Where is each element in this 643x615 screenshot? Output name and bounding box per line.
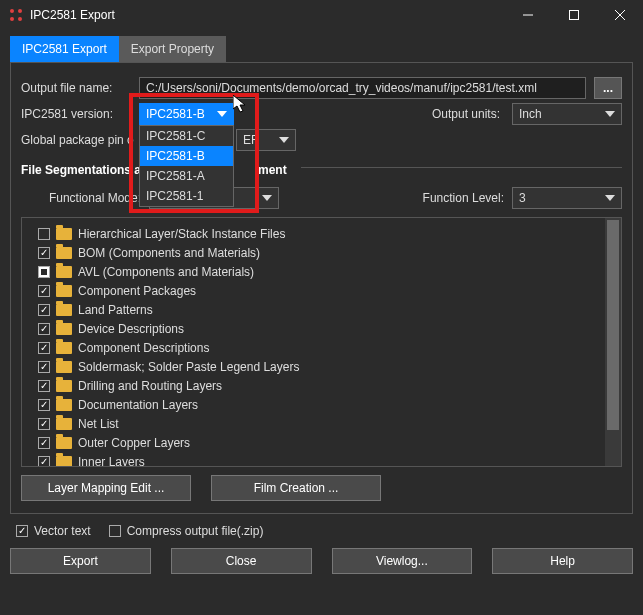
folder-icon xyxy=(56,304,72,316)
list-item[interactable]: Drilling and Routing Layers xyxy=(28,376,605,395)
list-item-label: Land Patterns xyxy=(78,303,153,317)
chevron-down-icon xyxy=(605,195,615,201)
list-item[interactable]: Inner Layers xyxy=(28,452,605,467)
film-creation-button[interactable]: Film Creation ... xyxy=(211,475,381,501)
vector-text-label: Vector text xyxy=(34,524,91,538)
tab-export-property[interactable]: Export Property xyxy=(119,36,226,62)
folder-icon xyxy=(56,399,72,411)
checkbox-icon[interactable] xyxy=(38,323,50,335)
output-units-label: Output units: xyxy=(242,107,504,121)
vector-text-checkbox[interactable]: Vector text xyxy=(16,524,91,538)
chevron-down-icon xyxy=(262,195,272,201)
list-item-label: Hierarchical Layer/Stack Instance Files xyxy=(78,227,285,241)
checkbox-icon[interactable] xyxy=(38,247,50,259)
ellipsis-icon: ... xyxy=(603,81,613,95)
window-minimize-button[interactable] xyxy=(505,0,551,30)
list-item-label: Device Descriptions xyxy=(78,322,184,336)
version-option[interactable]: IPC2581-A xyxy=(140,166,233,186)
chevron-down-icon xyxy=(605,111,615,117)
compress-label: Compress output file(.zip) xyxy=(127,524,264,538)
checkbox-icon[interactable] xyxy=(38,361,50,373)
checkbox-icon[interactable] xyxy=(38,418,50,430)
version-option[interactable]: IPC2581-1 xyxy=(140,186,233,206)
layer-mapping-button[interactable]: Layer Mapping Edit ... xyxy=(21,475,191,501)
file-seg-header-a: File Segmentations a xyxy=(21,163,147,177)
compress-checkbox[interactable]: Compress output file(.zip) xyxy=(109,524,264,538)
folder-icon xyxy=(56,228,72,240)
list-item-label: Drilling and Routing Layers xyxy=(78,379,222,393)
version-dropdown-list: IPC2581-C IPC2581-B IPC2581-A IPC2581-1 xyxy=(139,125,234,207)
version-label: IPC2581 version: xyxy=(21,107,131,121)
list-scrollbar[interactable] xyxy=(605,218,621,466)
folder-icon xyxy=(56,342,72,354)
version-option[interactable]: IPC2581-B xyxy=(140,146,233,166)
version-dropdown[interactable]: IPC2581-B IPC2581-C IPC2581-B IPC2581-A … xyxy=(139,103,234,125)
checkbox-icon[interactable] xyxy=(38,266,50,278)
checkbox-icon[interactable] xyxy=(38,228,50,240)
viewlog-button[interactable]: Viewlog... xyxy=(332,548,473,574)
folder-icon xyxy=(56,285,72,297)
list-item[interactable]: Device Descriptions xyxy=(28,319,605,338)
folder-icon xyxy=(56,361,72,373)
svg-point-2 xyxy=(10,17,14,21)
output-file-label: Output file name: xyxy=(21,81,131,95)
list-item[interactable]: Net List xyxy=(28,414,605,433)
segment-list: Hierarchical Layer/Stack Instance FilesB… xyxy=(21,217,622,467)
list-item[interactable]: Outer Copper Layers xyxy=(28,433,605,452)
list-item-label: Outer Copper Layers xyxy=(78,436,190,450)
svg-marker-9 xyxy=(605,111,615,117)
window-title: IPC2581 Export xyxy=(30,8,115,22)
list-item[interactable]: Documentation Layers xyxy=(28,395,605,414)
list-item[interactable]: AVL (Components and Materials) xyxy=(28,262,605,281)
file-seg-header-b: ment xyxy=(258,163,287,177)
output-units-dropdown[interactable]: Inch xyxy=(512,103,622,125)
global-pin-label: Global package pin o xyxy=(21,133,147,147)
folder-icon xyxy=(56,456,72,468)
folder-icon xyxy=(56,323,72,335)
func-level-label: Function Level: xyxy=(287,191,504,205)
list-item[interactable]: Component Packages xyxy=(28,281,605,300)
checkbox-icon[interactable] xyxy=(38,304,50,316)
version-value: IPC2581-B xyxy=(146,107,205,121)
browse-button[interactable]: ... xyxy=(594,77,622,99)
checkbox-icon[interactable] xyxy=(38,380,50,392)
checkbox-icon[interactable] xyxy=(38,399,50,411)
svg-marker-12 xyxy=(605,195,615,201)
chevron-down-icon xyxy=(279,137,289,143)
svg-marker-11 xyxy=(262,195,272,201)
global-pin-dropdown[interactable]: ER xyxy=(236,129,296,151)
output-units-value: Inch xyxy=(519,107,542,121)
list-item[interactable]: Land Patterns xyxy=(28,300,605,319)
checkbox-icon xyxy=(16,525,28,537)
scrollbar-thumb[interactable] xyxy=(607,220,619,430)
output-file-input[interactable] xyxy=(139,77,586,99)
svg-rect-5 xyxy=(570,11,579,20)
list-item[interactable]: Soldermask; Solder Paste Legend Layers xyxy=(28,357,605,376)
window-titlebar: IPC2581 Export xyxy=(0,0,643,30)
folder-icon xyxy=(56,437,72,449)
export-button[interactable]: Export xyxy=(10,548,151,574)
list-item[interactable]: Component Descriptions xyxy=(28,338,605,357)
func-level-dropdown[interactable]: 3 xyxy=(512,187,622,209)
folder-icon xyxy=(56,380,72,392)
version-option[interactable]: IPC2581-C xyxy=(140,126,233,146)
folder-icon xyxy=(56,247,72,259)
checkbox-icon[interactable] xyxy=(38,437,50,449)
list-item-label: Component Descriptions xyxy=(78,341,209,355)
list-item-label: Inner Layers xyxy=(78,455,145,468)
help-button[interactable]: Help xyxy=(492,548,633,574)
window-maximize-button[interactable] xyxy=(551,0,597,30)
checkbox-icon[interactable] xyxy=(38,285,50,297)
list-item[interactable]: BOM (Components and Materials) xyxy=(28,243,605,262)
list-item-label: Net List xyxy=(78,417,119,431)
close-button[interactable]: Close xyxy=(171,548,312,574)
folder-icon xyxy=(56,266,72,278)
checkbox-icon[interactable] xyxy=(38,456,50,468)
svg-marker-10 xyxy=(279,137,289,143)
tab-ipc2581-export[interactable]: IPC2581 Export xyxy=(10,36,119,62)
list-item[interactable]: Hierarchical Layer/Stack Instance Files xyxy=(28,224,605,243)
chevron-down-icon xyxy=(217,111,227,117)
checkbox-icon[interactable] xyxy=(38,342,50,354)
folder-icon xyxy=(56,418,72,430)
window-close-button[interactable] xyxy=(597,0,643,30)
